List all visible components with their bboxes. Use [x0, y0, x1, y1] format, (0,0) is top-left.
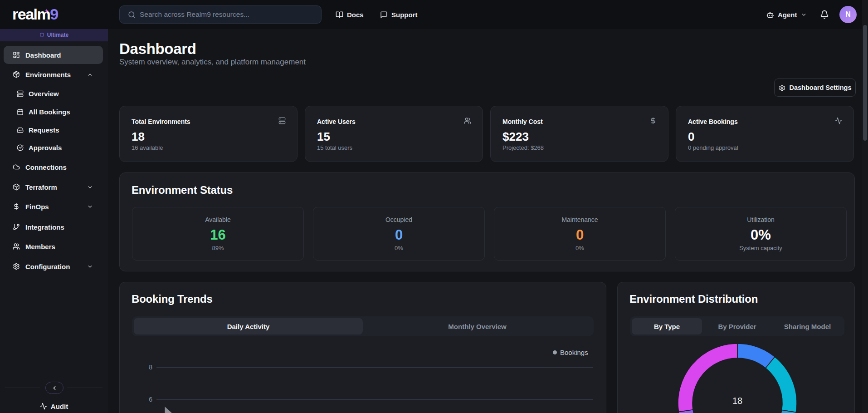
- svg-text:18: 18: [732, 396, 742, 406]
